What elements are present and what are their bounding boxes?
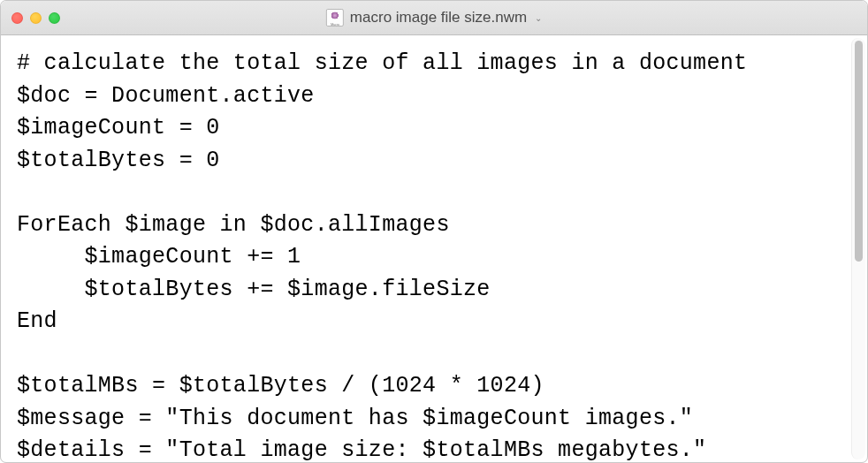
chevron-down-icon[interactable]: ⌄ [535,13,542,23]
code-line: $message = "This document has $imageCoun… [17,406,693,431]
code-line: End [17,308,57,334]
zoom-button[interactable] [49,12,60,24]
title-area[interactable]: Macro macro image file size.nwm ⌄ [326,9,542,27]
document-icon: Macro [326,9,344,27]
code-line: $totalMBs = $totalBytes / (1024 * 1024) [17,373,544,398]
window-title: macro image file size.nwm [350,9,527,27]
scrollbar-thumb[interactable] [855,41,863,262]
doc-icon-label: Macro [327,23,343,27]
code-line: $totalBytes += $image.fileSize [17,277,491,302]
titlebar[interactable]: Macro macro image file size.nwm ⌄ [1,1,867,35]
window: Macro macro image file size.nwm ⌄ # calc… [0,0,868,463]
code-line: $doc = Document.active [17,83,315,109]
scrollbar-track[interactable] [851,38,865,459]
code-line: $imageCount += 1 [17,244,301,269]
code-line: # calculate the total size of all images… [17,50,747,76]
traffic-lights [11,12,60,24]
code-editor[interactable]: # calculate the total size of all images… [1,35,851,462]
minimize-button[interactable] [30,12,42,24]
close-button[interactable] [11,12,23,24]
code-line: $imageCount = 0 [17,115,220,140]
code-line: ForEach $image in $doc.allImages [17,212,450,238]
code-line: $details = "Total image size: $totalMBs … [17,437,706,462]
content-wrap: # calculate the total size of all images… [1,35,867,462]
code-line: $totalBytes = 0 [17,148,220,173]
